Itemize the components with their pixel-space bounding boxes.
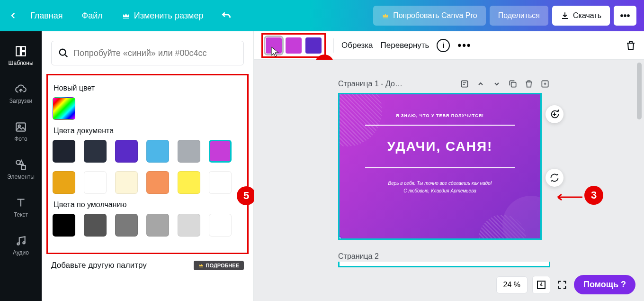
search-icon: [58, 48, 69, 58]
add-page-icon[interactable]: [540, 79, 550, 89]
notes-icon[interactable]: [459, 79, 470, 89]
color-picker-button[interactable]: [53, 97, 75, 120]
doc-color-swatch[interactable]: [178, 171, 200, 194]
sidebar-label: Элементы: [7, 173, 35, 180]
sync-button[interactable]: [546, 169, 564, 187]
color-search-input[interactable]: [73, 48, 237, 58]
svg-rect-1: [21, 46, 26, 51]
doc-color-swatch[interactable]: [53, 171, 75, 194]
delete-button[interactable]: [625, 40, 636, 51]
move-up-icon[interactable]: [475, 79, 486, 89]
default-colors-title: Цвета по умолчанию: [54, 201, 242, 209]
try-pro-button[interactable]: Попробовать Canva Pro: [373, 6, 486, 26]
top-bar: Главная Файл Изменить размер Попробовать…: [0, 0, 644, 31]
download-button[interactable]: Скачать: [552, 6, 610, 26]
delete-page-icon[interactable]: [524, 79, 534, 89]
page2-title: Страница 2: [338, 252, 550, 261]
add-palette-link[interactable]: Добавьте другую палитру: [51, 261, 147, 270]
default-color-swatch[interactable]: [84, 214, 107, 237]
annotation-badge-5: 5: [237, 186, 256, 205]
text-icon: [14, 196, 27, 210]
zoom-value[interactable]: 24 %: [496, 276, 528, 293]
undo-button[interactable]: [220, 9, 233, 22]
decorative-circles: [340, 94, 540, 238]
menu-resize-label: Изменить размер: [134, 11, 204, 21]
context-more-button[interactable]: •••: [457, 39, 471, 52]
fullscreen-button[interactable]: [555, 278, 569, 292]
menu-file[interactable]: Файл: [74, 7, 110, 25]
page-canvas[interactable]: Я ЗНАЮ, ЧТО У ТЕБЯ ПОЛУЧИТСЯ! УДАЧИ, САН…: [338, 93, 542, 240]
doc-color-swatch[interactable]: [209, 171, 232, 194]
download-label: Скачать: [573, 11, 601, 20]
doc-color-swatch[interactable]: [84, 171, 107, 194]
page-header: Страница 1 - До…: [338, 79, 550, 89]
svg-rect-2: [21, 52, 26, 56]
context-toolbar: 4 Обрезка Перевернуть i •••: [254, 31, 644, 60]
flip-button[interactable]: Перевернуть: [381, 41, 429, 50]
doc-color-swatch[interactable]: [115, 140, 138, 163]
sidebar-item-elements[interactable]: Элементы: [0, 151, 42, 188]
duplicate-icon[interactable]: [508, 79, 518, 89]
more-details-button[interactable]: ПОДРОБНЕЕ: [194, 261, 244, 270]
download-icon: [561, 11, 569, 20]
try-pro-label: Попробовать Canva Pro: [393, 11, 477, 20]
sidebar-item-text[interactable]: Текст: [0, 189, 42, 226]
audio-icon: [14, 234, 27, 247]
annotation-arrow: [554, 192, 582, 202]
default-color-swatch[interactable]: [178, 214, 200, 237]
color-panel: Новый цвет Цвета документа Цвета по умол…: [42, 31, 254, 301]
sidebar-item-photo[interactable]: Фото: [0, 113, 42, 150]
more-details-label: ПОДРОБНЕЕ: [206, 263, 239, 268]
doc-colors-title: Цвета документа: [54, 127, 242, 135]
svg-rect-3: [16, 123, 26, 131]
default-color-swatch[interactable]: [146, 214, 169, 237]
crop-button[interactable]: Обрезка: [341, 41, 373, 50]
doc-color-swatch[interactable]: [53, 140, 75, 163]
default-color-swatch[interactable]: [115, 214, 138, 237]
canvas-area: 4 Обрезка Перевернуть i ••• Страница 1 -…: [254, 31, 644, 301]
doc-color-swatch[interactable]: [146, 140, 169, 163]
annotation-box-4: 4: [261, 33, 326, 58]
doc-color-swatch[interactable]: [178, 140, 200, 163]
svg-point-7: [17, 243, 19, 245]
annotation-badge-3: 3: [584, 186, 603, 205]
add-comment-button[interactable]: [546, 105, 564, 123]
move-down-icon[interactable]: [492, 79, 502, 89]
menu-home[interactable]: Главная: [23, 7, 71, 25]
doc-color-swatch[interactable]: [209, 140, 232, 163]
new-color-title: Новый цвет: [54, 84, 242, 92]
help-button[interactable]: Помощь ?: [574, 275, 635, 294]
default-color-swatch[interactable]: [53, 214, 75, 237]
doc-color-swatch[interactable]: [84, 140, 107, 163]
svg-point-8: [23, 242, 25, 244]
color-swatch-2[interactable]: [286, 37, 302, 54]
doc-color-swatch[interactable]: [146, 171, 169, 194]
uploads-icon: [14, 82, 27, 96]
vertical-scrollbar[interactable]: [635, 61, 643, 282]
sidebar-item-audio[interactable]: Аудио: [0, 227, 42, 264]
back-button[interactable]: [8, 10, 19, 21]
canvas-body[interactable]: Страница 1 - До… Я ЗНАЮ, ЧТО У ТЕБЯ ПОЛУ…: [254, 60, 644, 301]
color-search[interactable]: [51, 41, 244, 65]
share-button[interactable]: Поделиться: [490, 6, 548, 26]
sidebar-item-templates[interactable]: Шаблоны: [0, 37, 42, 74]
svg-rect-6: [21, 165, 26, 170]
sidebar-item-uploads[interactable]: Загрузки: [0, 75, 42, 112]
color-swatch-1[interactable]: [266, 37, 282, 54]
zoom-bar: 24 % 4 Помощь ?: [496, 275, 636, 294]
more-button[interactable]: •••: [614, 6, 636, 26]
pages-button[interactable]: 4: [532, 276, 550, 294]
svg-rect-11: [511, 82, 516, 87]
sidebar-label: Шаблоны: [8, 60, 33, 66]
elements-icon: [14, 158, 27, 172]
sidebar-label: Текст: [14, 211, 28, 218]
default-color-swatch[interactable]: [209, 214, 232, 237]
info-button[interactable]: i: [437, 39, 450, 52]
svg-point-9: [60, 49, 66, 55]
doc-color-swatch[interactable]: [115, 171, 138, 194]
photo-icon: [14, 120, 27, 134]
color-swatch-3[interactable]: [305, 37, 322, 54]
menu-resize[interactable]: Изменить размер: [114, 7, 211, 25]
page2-canvas[interactable]: [338, 262, 550, 267]
sidebar-label: Загрузки: [9, 98, 32, 104]
